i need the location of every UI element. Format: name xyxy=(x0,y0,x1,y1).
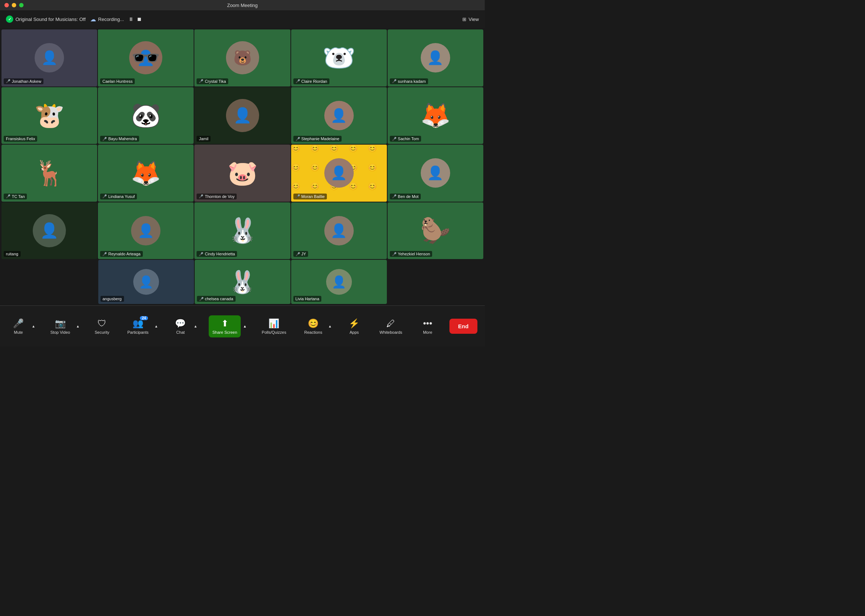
reactions-label: Reactions xyxy=(304,330,322,335)
video-cell-jamil[interactable]: 👤 Jamil xyxy=(194,87,290,144)
participant-name-crystal-tika: 🎤 Crystal Tika xyxy=(197,79,228,84)
video-cell-reynaldo-arteaga[interactable]: 👤 🎤 Reynaldo Arteaga xyxy=(98,203,193,259)
grid-row-2: 🐮 Fransiskus Felix 🐼 🎤 Bayu Mahendra 👤 J… xyxy=(2,87,483,144)
mute-icon: 🎤 xyxy=(199,297,204,301)
mute-label: Mute xyxy=(14,330,23,335)
video-cell-ruitang[interactable]: 👤 ruitang xyxy=(2,203,97,259)
mute-icon: 🎤 xyxy=(296,194,300,198)
grid-icon: ⊞ xyxy=(462,17,466,22)
reactions-button[interactable]: 😊 Reactions xyxy=(301,315,326,338)
mute-icon: 🎤 xyxy=(392,137,396,141)
pause-stop-controls: ⏸ ⏹ xyxy=(129,16,142,22)
video-cell-sachin-tom[interactable]: 🦊 🎤 Sachin Tom xyxy=(388,87,483,144)
participant-name-sunhara-kadam: 🎤 sunhara kadam xyxy=(390,79,428,84)
reactions-chevron[interactable]: ▲ xyxy=(327,324,332,329)
video-cell-thornton-de-voy[interactable]: 🐷 🎤 Thornton de Voy xyxy=(194,145,290,202)
title-bar: Zoom Meeting xyxy=(0,0,485,10)
minimize-button[interactable] xyxy=(12,3,16,7)
participant-name-bayu-mahendra: 🎤 Bayu Mahendra xyxy=(100,136,139,142)
video-group: 📷 Stop Video ▲ xyxy=(47,315,80,338)
view-label: View xyxy=(469,17,479,22)
view-button[interactable]: ⊞ View xyxy=(462,17,479,22)
apps-icon: ⚡ xyxy=(349,318,360,328)
video-cell-cindy-hendrietta[interactable]: 🐰 🎤 Cindy Hendrietta xyxy=(194,203,290,259)
share-screen-chevron[interactable]: ▲ xyxy=(242,324,247,329)
fullscreen-button[interactable] xyxy=(19,3,24,7)
top-bar-right: ⊞ View xyxy=(462,17,479,22)
participant-name-thornton-de-voy: 🎤 Thornton de Voy xyxy=(197,193,237,200)
mute-icon: 🎤 xyxy=(392,252,396,256)
participants-button[interactable]: 👥 Participants 24 xyxy=(124,315,152,338)
mute-icon: 🎤 xyxy=(199,252,203,256)
video-cell-chelsea-canada[interactable]: 🐰 🎤 chelsea canada xyxy=(195,260,290,304)
grid-row-4: 👤 ruitang 👤 🎤 Reynaldo Arteaga 🐰 🎤 Cind xyxy=(2,203,483,259)
chat-button[interactable]: 💬 Chat xyxy=(169,315,192,338)
video-cell-caelan-huntress[interactable]: 🕶️ 👤 Caelan Huntress xyxy=(98,30,193,86)
chat-chevron[interactable]: ▲ xyxy=(193,324,198,329)
apps-label: Apps xyxy=(350,330,359,335)
stop-video-button[interactable]: 📷 Stop Video xyxy=(47,315,74,338)
whiteboards-button[interactable]: 🖊 Whiteboards xyxy=(376,315,406,338)
end-button[interactable]: End xyxy=(450,319,477,334)
whiteboards-label: Whiteboards xyxy=(379,330,402,335)
mute-chevron[interactable]: ▲ xyxy=(31,324,36,329)
polls-label: Polls/Quizzes xyxy=(262,330,286,335)
mute-icon: 🎤 xyxy=(102,252,107,256)
video-chevron[interactable]: ▲ xyxy=(75,324,80,329)
video-cell-crystal-tika[interactable]: 🐻 🎤 Crystal Tika xyxy=(194,30,290,86)
video-cell-jy[interactable]: 👤 🎤 JY xyxy=(291,203,387,259)
video-cell-claire-riordan[interactable]: 🐻‍❄️ 🎤 Claire Riordan xyxy=(291,30,387,86)
video-cell-tc-tan[interactable]: 🦌 🎤 TC Tan xyxy=(2,145,97,202)
mute-icon: 🎤 xyxy=(6,79,10,83)
apps-button[interactable]: ⚡ Apps xyxy=(343,315,365,338)
polls-group: 📊 Polls/Quizzes xyxy=(258,315,290,338)
participant-name-chelsea-canada: 🎤 chelsea canada xyxy=(197,296,236,302)
share-screen-button[interactable]: ⬆ Share Screen xyxy=(209,315,241,338)
video-cell-sunhara-kadam[interactable]: 👤 🎤 sunhara kadam xyxy=(388,30,483,86)
participant-name-moran-baillie: 🎤 Moran Baillie xyxy=(293,193,327,200)
participant-name-jonathan-askew: 🎤 Jonathan Askew xyxy=(4,79,43,84)
participant-name-fransiskus-felix: Fransiskus Felix xyxy=(4,136,37,142)
security-button[interactable]: 🛡 Security xyxy=(91,315,113,338)
mute-icon: 🎤 xyxy=(199,79,203,83)
mute-icon: 🎤 xyxy=(102,137,107,141)
participant-name-angusberg: angusberg xyxy=(101,296,124,302)
video-cell-bayu-mahendra[interactable]: 🐼 🎤 Bayu Mahendra xyxy=(98,87,193,144)
close-button[interactable] xyxy=(5,3,9,7)
video-cell-jonathan-askew[interactable]: 👤 🎤 Jonathan Askew xyxy=(2,30,97,86)
pause-button[interactable]: ⏸ xyxy=(129,16,134,22)
mute-group: 🎤 Mute ▲ xyxy=(7,315,36,338)
participant-name-cindy-hendrietta: 🎤 Cindy Hendrietta xyxy=(197,251,237,257)
mute-icon: 🎤 xyxy=(392,79,396,83)
microphone-icon: 🎤 xyxy=(13,318,24,328)
video-cell-lindiana-yusuf[interactable]: 🦊 🎤 Lindiana Yusuf xyxy=(98,145,193,202)
cloud-icon: ☁ xyxy=(90,16,96,23)
grid-row-1: 👤 🎤 Jonathan Askew 🕶️ 👤 Caelan Huntress … xyxy=(2,30,483,86)
stop-button[interactable]: ⏹ xyxy=(137,16,142,22)
share-screen-icon: ⬆ xyxy=(221,318,229,328)
shield-icon: 🛡 xyxy=(98,318,106,328)
polls-button[interactable]: 📊 Polls/Quizzes xyxy=(258,315,290,338)
participant-name-yehezkiel-henson: 🎤 Yehezkiel Henson xyxy=(390,251,432,257)
original-sound-toggle[interactable]: ✓ Original Sound for Musicians: Off xyxy=(6,16,86,23)
video-cell-livia-hartana[interactable]: 👤 Livia Hartana xyxy=(291,260,387,304)
original-sound-label: Original Sound for Musicians: Off xyxy=(16,17,86,22)
video-cell-stephanie-madelaine[interactable]: 👤 🎤 Stephanie Madelaine xyxy=(291,87,387,144)
mute-icon: 🎤 xyxy=(296,79,300,83)
video-cell-yehezkiel-henson[interactable]: 🦫 🎤 Yehezkiel Henson xyxy=(388,203,483,259)
video-cell-fransiskus-felix[interactable]: 🐮 Fransiskus Felix xyxy=(2,87,97,144)
participants-chevron[interactable]: ▲ xyxy=(154,324,159,329)
mute-icon: 🎤 xyxy=(296,252,300,256)
video-cell-angusberg[interactable]: 👤 angusberg xyxy=(98,260,194,304)
participants-count: 24 xyxy=(140,316,148,320)
recording-label: Recording... xyxy=(98,17,124,22)
toolbar: 🎤 Mute ▲ 📷 Stop Video ▲ 🛡 Security 👥 Par… xyxy=(0,305,485,347)
video-cell-moran-baillie[interactable]: 😊😊😊😊😊 😊😊😊😊😊 😊😊😊😊😊 👤 🎤 Moran Baillie xyxy=(291,145,387,202)
more-button[interactable]: ••• More xyxy=(417,315,439,338)
video-cell-ben-de-mot[interactable]: 👤 🎤 Ben de Mot xyxy=(388,145,483,202)
security-label: Security xyxy=(94,330,109,335)
participants-group: 👥 Participants 24 ▲ xyxy=(124,315,159,338)
participant-name-claire-riordan: 🎤 Claire Riordan xyxy=(293,79,329,84)
mute-button[interactable]: 🎤 Mute xyxy=(7,315,30,338)
reactions-icon: 😊 xyxy=(308,318,319,328)
